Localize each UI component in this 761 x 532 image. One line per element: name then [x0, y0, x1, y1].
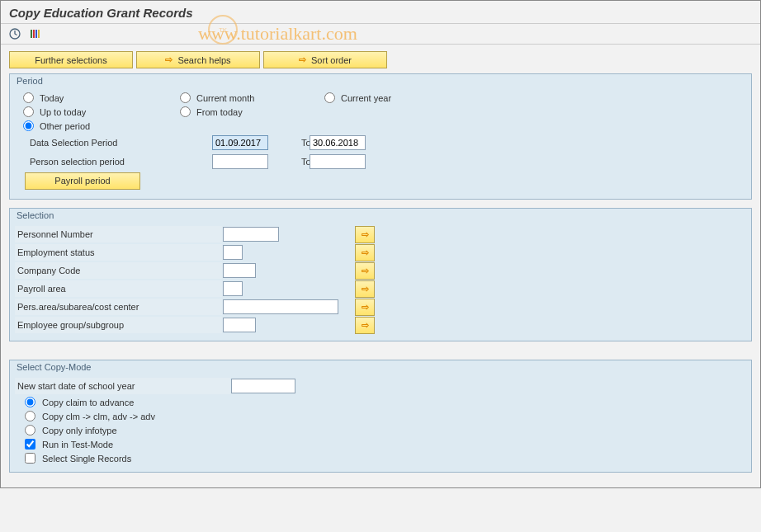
- copy-clm-adv-label: Copy clm -> clm, adv -> adv: [42, 412, 155, 421]
- new-start-date-input[interactable]: [231, 379, 295, 393]
- svg-rect-1: [31, 30, 32, 38]
- search-helps-button[interactable]: ⇨ Search helps: [136, 51, 260, 68]
- select-single-records-checkbox[interactable]: [25, 453, 35, 464]
- up-to-today-radio[interactable]: [23, 106, 34, 117]
- svg-rect-4: [38, 30, 40, 38]
- copy-only-infotype-radio[interactable]: [25, 425, 35, 435]
- company-code-more-button[interactable]: ⇨: [355, 262, 375, 280]
- to-label-2: To: [268, 157, 310, 167]
- select-single-records-label: Select Single Records: [42, 454, 131, 464]
- payroll-period-button[interactable]: Payroll period: [25, 172, 140, 190]
- clock-icon: [9, 28, 21, 40]
- execute-button[interactable]: [6, 26, 24, 42]
- up-to-today-label: Up to today: [40, 107, 86, 117]
- employment-status-input[interactable]: [223, 245, 243, 260]
- from-today-label: From today: [196, 107, 243, 117]
- person-selection-to-input[interactable]: [310, 154, 366, 169]
- current-month-label: Current month: [196, 93, 254, 103]
- selection-toolbar: Further selections ⇨ Search helps ⇨ Sort…: [9, 51, 752, 68]
- payroll-area-input[interactable]: [223, 281, 243, 296]
- person-selection-label: Person selection period: [18, 157, 212, 167]
- personnel-number-input[interactable]: [223, 227, 279, 242]
- payroll-area-more-button[interactable]: ⇨: [355, 280, 375, 298]
- data-selection-to-input[interactable]: [310, 135, 366, 150]
- pers-area-input[interactable]: [223, 299, 338, 314]
- pers-area-label: Pers.area/subarea/cost center: [15, 299, 223, 315]
- company-code-label: Company Code: [15, 262, 223, 279]
- selection-group: Selection Personnel Number ⇨ Employment …: [9, 208, 752, 341]
- current-year-label: Current year: [341, 93, 391, 103]
- further-selections-label: Further selections: [35, 55, 106, 65]
- current-month-radio[interactable]: [180, 92, 191, 103]
- other-period-radio[interactable]: [23, 120, 34, 131]
- copy-mode-group-title: Select Copy-Mode: [10, 360, 751, 374]
- personnel-number-more-button[interactable]: ⇨: [355, 226, 375, 243]
- from-today-radio[interactable]: [180, 106, 191, 117]
- app-toolbar: [1, 24, 760, 45]
- employee-group-more-button[interactable]: ⇨: [355, 317, 375, 334]
- arrow-right-icon: ⇨: [362, 266, 369, 276]
- sort-order-button[interactable]: ⇨ Sort order: [263, 51, 387, 68]
- bars-icon: [29, 28, 40, 40]
- pers-area-more-button[interactable]: ⇨: [355, 299, 375, 316]
- person-selection-from-input[interactable]: [212, 154, 268, 169]
- to-label-1: To: [268, 138, 310, 148]
- employee-group-input[interactable]: [223, 318, 256, 332]
- arrow-right-icon: ⇨: [362, 320, 369, 331]
- employment-status-label: Employment status: [15, 244, 223, 261]
- employment-status-more-button[interactable]: ⇨: [355, 244, 375, 261]
- data-selection-label: Data Selection Period: [18, 138, 212, 148]
- run-test-mode-checkbox[interactable]: [25, 439, 35, 450]
- variant-button[interactable]: [26, 26, 44, 42]
- sort-order-label: Sort order: [311, 55, 352, 65]
- selection-group-title: Selection: [10, 209, 751, 222]
- payroll-period-label: Payroll period: [54, 176, 110, 186]
- arrow-right-icon: ⇨: [362, 247, 369, 258]
- run-test-mode-label: Run in Test-Mode: [42, 440, 113, 450]
- employee-group-label: Employee group/subgroup: [15, 317, 223, 333]
- current-year-radio[interactable]: [324, 92, 335, 103]
- arrow-right-icon: ⇨: [165, 54, 173, 65]
- period-group-title: Period: [10, 74, 751, 87]
- payroll-area-label: Payroll area: [15, 280, 223, 297]
- period-group: Period Today Current month Current year …: [9, 73, 752, 200]
- page-title: Copy Education Grant Records: [9, 6, 193, 20]
- svg-rect-3: [35, 30, 37, 38]
- title-bar: Copy Education Grant Records: [1, 1, 760, 24]
- copy-claim-advance-radio[interactable]: [25, 397, 35, 407]
- data-selection-from-input[interactable]: [212, 135, 268, 150]
- svg-rect-2: [33, 30, 35, 38]
- copy-only-infotype-label: Copy only infotype: [42, 426, 117, 435]
- arrow-right-icon: ⇨: [362, 229, 369, 240]
- personnel-number-label: Personnel Number: [15, 226, 223, 242]
- company-code-input[interactable]: [223, 263, 256, 278]
- new-start-date-label: New start date of school year: [15, 378, 231, 394]
- arrow-right-icon: ⇨: [362, 302, 369, 313]
- arrow-right-icon: ⇨: [299, 54, 306, 65]
- arrow-right-icon: ⇨: [362, 284, 369, 294]
- today-label: Today: [40, 93, 64, 103]
- further-selections-button[interactable]: Further selections: [9, 51, 133, 68]
- today-radio[interactable]: [23, 92, 34, 103]
- search-helps-label: Search helps: [177, 55, 230, 65]
- copy-clm-adv-radio[interactable]: [25, 411, 35, 421]
- copy-mode-group: Select Copy-Mode New start date of schoo…: [9, 360, 752, 473]
- other-period-label: Other period: [40, 121, 90, 131]
- copy-claim-advance-label: Copy claim to advance: [42, 398, 134, 407]
